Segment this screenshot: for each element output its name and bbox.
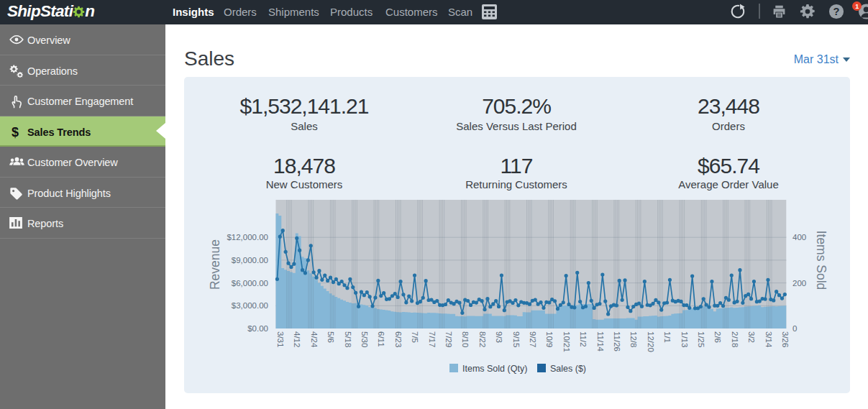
- svg-text:3/2: 3/2: [747, 331, 756, 343]
- svg-text:11/14: 11/14: [596, 331, 605, 352]
- svg-text:Items Sold (Qty): Items Sold (Qty): [462, 364, 527, 374]
- svg-text:9/27: 9/27: [529, 331, 537, 347]
- svg-text:1: 1: [855, 3, 859, 10]
- svg-text:12/8: 12/8: [629, 331, 638, 347]
- svg-text:$3,000.00: $3,000.00: [232, 301, 268, 310]
- svg-text:10/9: 10/9: [545, 331, 554, 347]
- svg-text:3/26: 3/26: [781, 331, 790, 347]
- svg-text:Sales ($): Sales ($): [550, 364, 586, 374]
- svg-text:8/10: 8/10: [461, 331, 470, 347]
- svg-text:9/15: 9/15: [512, 331, 521, 347]
- svg-text:1/13: 1/13: [680, 331, 689, 347]
- svg-text:200: 200: [792, 279, 806, 288]
- svg-text:8/22: 8/22: [478, 331, 487, 347]
- svg-text:11/2: 11/2: [579, 331, 588, 347]
- svg-text:$0.00: $0.00: [247, 324, 268, 333]
- svg-text:6/23: 6/23: [394, 331, 403, 347]
- svg-text:0: 0: [792, 324, 797, 333]
- svg-text:10/21: 10/21: [562, 331, 571, 352]
- svg-text:7/5: 7/5: [411, 331, 419, 343]
- svg-text:Revenue: Revenue: [208, 239, 222, 290]
- svg-text:5/6: 5/6: [326, 331, 335, 343]
- svg-text:4/24: 4/24: [310, 331, 319, 348]
- svg-text:7/17: 7/17: [428, 331, 437, 347]
- svg-text:1/25: 1/25: [697, 331, 705, 347]
- svg-text:$9,000.00: $9,000.00: [232, 256, 268, 265]
- svg-text:$12,000.00: $12,000.00: [227, 233, 268, 242]
- svg-text:5/18: 5/18: [344, 331, 352, 347]
- svg-text:1/1: 1/1: [663, 331, 672, 343]
- svg-text:Items Sold: Items Sold: [814, 231, 828, 290]
- svg-text:5/30: 5/30: [360, 331, 369, 347]
- svg-text:2/18: 2/18: [731, 331, 739, 347]
- svg-text:3/14: 3/14: [764, 331, 773, 348]
- svg-text:$6,000.00: $6,000.00: [232, 279, 268, 288]
- svg-text:6/11: 6/11: [377, 331, 385, 347]
- svg-text:400: 400: [792, 233, 806, 242]
- svg-text:12/20: 12/20: [647, 331, 655, 352]
- svg-text:9/3: 9/3: [495, 331, 503, 343]
- svg-text:2/6: 2/6: [713, 331, 722, 343]
- svg-text:11/26: 11/26: [613, 331, 621, 351]
- svg-text:4/12: 4/12: [293, 331, 301, 347]
- svg-text:3/31: 3/31: [276, 331, 285, 347]
- svg-text:7/29: 7/29: [444, 331, 453, 347]
- svg-text:?: ?: [833, 6, 840, 17]
